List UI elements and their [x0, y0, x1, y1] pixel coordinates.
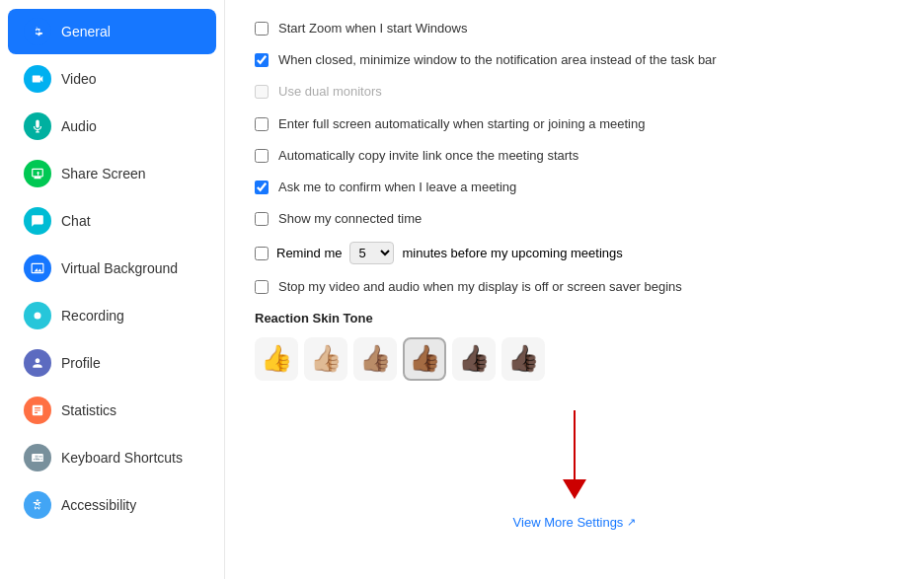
stop-video-label[interactable]: Stop my video and audio when my display …	[255, 278, 682, 296]
remind-me-row: Remind me 5 10 15 minutes before my upco…	[255, 242, 894, 264]
sidebar-item-share-screen[interactable]: Share Screen	[8, 151, 216, 196]
skin-tone-5[interactable]: 👍🏿	[452, 337, 496, 381]
sidebar-label-recording: Recording	[61, 308, 124, 324]
confirm-leave-label[interactable]: Ask me to confirm when I leave a meeting	[255, 179, 516, 196]
sidebar-label-profile: Profile	[61, 355, 101, 371]
profile-icon	[24, 349, 51, 377]
sidebar-item-statistics[interactable]: Statistics	[8, 388, 216, 433]
setting-dual-monitors: Use dual monitors	[255, 83, 894, 101]
skin-tones-container: 👍 👍🏼 👍🏽 👍🏾 👍🏿 👍🏿	[255, 337, 894, 381]
skin-tone-title: Reaction Skin Tone	[255, 311, 894, 326]
arrow-head	[563, 479, 586, 499]
sidebar-label-audio: Audio	[61, 118, 97, 134]
dual-monitors-checkbox	[255, 85, 269, 99]
setting-start-zoom: Start Zoom when I start Windows	[255, 20, 894, 37]
setting-stop-video: Stop my video and audio when my display …	[255, 278, 894, 296]
confirm-leave-checkbox[interactable]	[255, 181, 269, 194]
statistics-icon	[24, 397, 51, 424]
skin-tone-2[interactable]: 👍🏼	[304, 337, 347, 381]
general-icon	[24, 18, 51, 45]
setting-confirm-leave: Ask me to confirm when I leave a meeting	[255, 179, 894, 196]
sidebar-item-audio[interactable]: Audio	[8, 104, 216, 149]
main-content: Start Zoom when I start Windows When clo…	[225, 0, 924, 579]
recording-icon	[24, 302, 51, 329]
start-zoom-label[interactable]: Start Zoom when I start Windows	[255, 20, 467, 37]
sidebar-label-virtual-background: Virtual Background	[61, 260, 178, 276]
fullscreen-label[interactable]: Enter full screen automatically when sta…	[255, 115, 645, 133]
sidebar: General Video Audio Share Screen	[0, 0, 225, 579]
setting-minimize: When closed, minimize window to the noti…	[255, 51, 894, 69]
copy-invite-checkbox[interactable]	[255, 149, 269, 163]
sidebar-label-statistics: Statistics	[61, 402, 116, 418]
sidebar-label-chat: Chat	[61, 213, 91, 229]
setting-fullscreen: Enter full screen automatically when sta…	[255, 115, 894, 133]
sidebar-item-profile[interactable]: Profile	[8, 340, 216, 386]
start-zoom-checkbox[interactable]	[255, 22, 269, 36]
view-more-settings-link[interactable]: View More Settings ↗	[513, 515, 637, 530]
view-more-link[interactable]: View More Settings ↗	[255, 515, 894, 530]
sidebar-label-accessibility: Accessibility	[61, 497, 136, 513]
svg-point-1	[37, 499, 38, 501]
fullscreen-checkbox[interactable]	[255, 117, 269, 131]
connected-time-checkbox[interactable]	[255, 212, 269, 226]
share-screen-icon	[24, 160, 51, 187]
skin-tone-6[interactable]: 👍🏿	[501, 337, 545, 381]
remind-me-checkbox[interactable]	[255, 247, 269, 260]
chat-icon	[24, 207, 51, 235]
skin-tone-3[interactable]: 👍🏽	[353, 337, 397, 381]
arrow-line	[574, 410, 576, 479]
sidebar-item-general[interactable]: General	[8, 9, 216, 54]
sidebar-item-video[interactable]: Video	[8, 56, 216, 102]
minimize-checkbox[interactable]	[255, 53, 269, 67]
sidebar-item-virtual-background[interactable]: Virtual Background	[8, 246, 216, 291]
setting-connected-time: Show my connected time	[255, 210, 894, 228]
virtual-background-icon	[24, 254, 51, 282]
remind-me-before-label: Remind me	[276, 246, 342, 260]
sidebar-label-video: Video	[61, 71, 97, 87]
remind-me-after-label: minutes before my upcoming meetings	[402, 246, 622, 260]
sidebar-item-accessibility[interactable]: Accessibility	[8, 482, 216, 528]
skin-tone-4[interactable]: 👍🏾	[403, 337, 446, 381]
dual-monitors-label: Use dual monitors	[255, 83, 382, 101]
skin-tone-1[interactable]: 👍	[255, 337, 298, 381]
audio-icon	[24, 112, 51, 140]
accessibility-icon	[24, 491, 51, 519]
external-link-icon: ↗	[627, 516, 636, 529]
arrow-container	[255, 410, 894, 499]
sidebar-item-chat[interactable]: Chat	[8, 198, 216, 244]
sidebar-label-keyboard-shortcuts: Keyboard Shortcuts	[61, 450, 183, 466]
sidebar-label-share-screen: Share Screen	[61, 166, 146, 181]
connected-time-label[interactable]: Show my connected time	[255, 210, 422, 228]
copy-invite-label[interactable]: Automatically copy invite link once the …	[255, 147, 578, 165]
sidebar-label-general: General	[61, 24, 111, 39]
setting-copy-invite: Automatically copy invite link once the …	[255, 147, 894, 165]
stop-video-checkbox[interactable]	[255, 280, 269, 294]
minimize-label[interactable]: When closed, minimize window to the noti…	[255, 51, 717, 69]
keyboard-shortcuts-icon	[24, 444, 51, 471]
remind-me-select[interactable]: 5 10 15	[349, 242, 394, 264]
svg-point-0	[35, 313, 41, 320]
video-icon	[24, 65, 51, 93]
sidebar-item-recording[interactable]: Recording	[8, 293, 216, 338]
sidebar-item-keyboard-shortcuts[interactable]: Keyboard Shortcuts	[8, 435, 216, 480]
